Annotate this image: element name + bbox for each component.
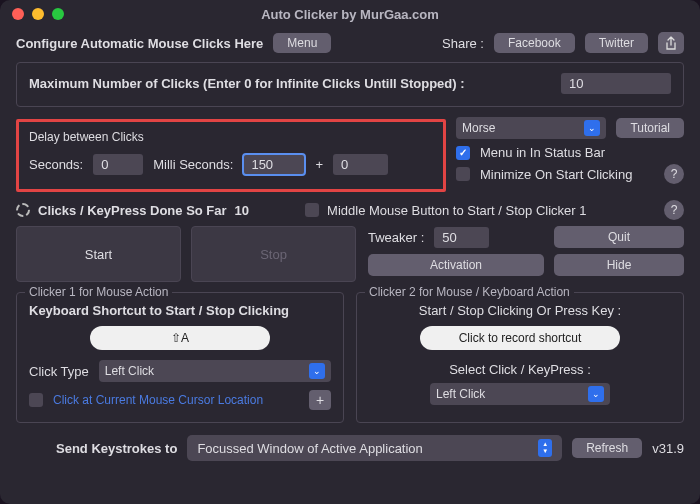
menu-status-checkbox[interactable] bbox=[456, 146, 470, 160]
start-stop-label: Start / Stop Clicking Or Press Key : bbox=[369, 303, 671, 318]
clicker1-title: Clicker 1 for Mouse Action bbox=[25, 285, 172, 299]
click-type-label: Click Type bbox=[29, 364, 89, 379]
shortcut-pill[interactable]: ⇧A bbox=[90, 326, 270, 350]
window-title: Auto Clicker by MurGaa.com bbox=[0, 7, 700, 22]
menu-status-label: Menu in In Status Bar bbox=[480, 145, 605, 160]
seconds-label: Seconds: bbox=[29, 157, 83, 172]
plus-label: + bbox=[315, 157, 323, 172]
cursor-loc-label: Click at Current Mouse Cursor Location bbox=[53, 393, 263, 407]
share-icon[interactable] bbox=[658, 32, 684, 54]
chevron-down-icon: ⌄ bbox=[309, 363, 325, 379]
middle-mouse-label: Middle Mouse Button to Start / Stop Clic… bbox=[327, 203, 586, 218]
chevron-down-icon: ⌄ bbox=[584, 120, 600, 136]
start-button[interactable]: Start bbox=[16, 226, 181, 282]
quit-button[interactable]: Quit bbox=[554, 226, 684, 248]
stop-button[interactable]: Stop bbox=[191, 226, 356, 282]
activation-button[interactable]: Activation bbox=[368, 254, 544, 276]
done-label: Clicks / KeyPress Done So Far bbox=[38, 203, 227, 218]
select-click-label: Select Click / KeyPress : bbox=[369, 362, 671, 377]
click-type-select[interactable]: Left Click ⌄ bbox=[99, 360, 331, 382]
help-icon[interactable]: ? bbox=[664, 164, 684, 184]
tweaker-label: Tweaker : bbox=[368, 230, 424, 245]
delay-section-highlight: Delay between Clicks Seconds: Milli Seco… bbox=[16, 119, 446, 192]
max-clicks-input[interactable] bbox=[561, 73, 671, 94]
clicker2-title: Clicker 2 for Mouse / Keyboard Action bbox=[365, 285, 574, 299]
version-label: v31.9 bbox=[652, 441, 684, 456]
share-label: Share : bbox=[442, 36, 484, 51]
twitter-button[interactable]: Twitter bbox=[585, 33, 648, 53]
target-select[interactable]: Focussed Window of Active Application ▲▼ bbox=[187, 435, 562, 461]
extra-input[interactable] bbox=[333, 154, 388, 175]
facebook-button[interactable]: Facebook bbox=[494, 33, 575, 53]
ms-label: Milli Seconds: bbox=[153, 157, 233, 172]
record-shortcut-button[interactable]: Click to record shortcut bbox=[420, 326, 620, 350]
ms-input[interactable] bbox=[243, 154, 305, 175]
max-clicks-label: Maximum Number of Clicks (Enter 0 for In… bbox=[29, 76, 465, 91]
plus-button[interactable]: + bbox=[309, 390, 331, 410]
refresh-button[interactable]: Refresh bbox=[572, 438, 642, 458]
morse-select[interactable]: Morse ⌄ bbox=[456, 117, 606, 139]
send-keystrokes-label: Send Keystrokes to bbox=[56, 441, 177, 456]
spinner-icon bbox=[16, 203, 30, 217]
seconds-input[interactable] bbox=[93, 154, 143, 175]
minimize-checkbox[interactable] bbox=[456, 167, 470, 181]
minimize-label: Minimize On Start Clicking bbox=[480, 167, 632, 182]
cursor-loc-checkbox[interactable] bbox=[29, 393, 43, 407]
configure-label: Configure Automatic Mouse Clicks Here bbox=[16, 36, 263, 51]
updown-icon: ▲▼ bbox=[538, 439, 552, 457]
tutorial-button[interactable]: Tutorial bbox=[616, 118, 684, 138]
shortcut-label: Keyboard Shortcut to Start / Stop Clicki… bbox=[29, 303, 331, 318]
hide-button[interactable]: Hide bbox=[554, 254, 684, 276]
select-click-select[interactable]: Left Click ⌄ bbox=[430, 383, 610, 405]
delay-title: Delay between Clicks bbox=[29, 130, 429, 144]
help-icon-2[interactable]: ? bbox=[664, 200, 684, 220]
menu-button[interactable]: Menu bbox=[273, 33, 331, 53]
tweaker-input[interactable] bbox=[434, 227, 489, 248]
middle-mouse-checkbox[interactable] bbox=[305, 203, 319, 217]
done-value: 10 bbox=[235, 203, 249, 218]
chevron-down-icon: ⌄ bbox=[588, 386, 604, 402]
